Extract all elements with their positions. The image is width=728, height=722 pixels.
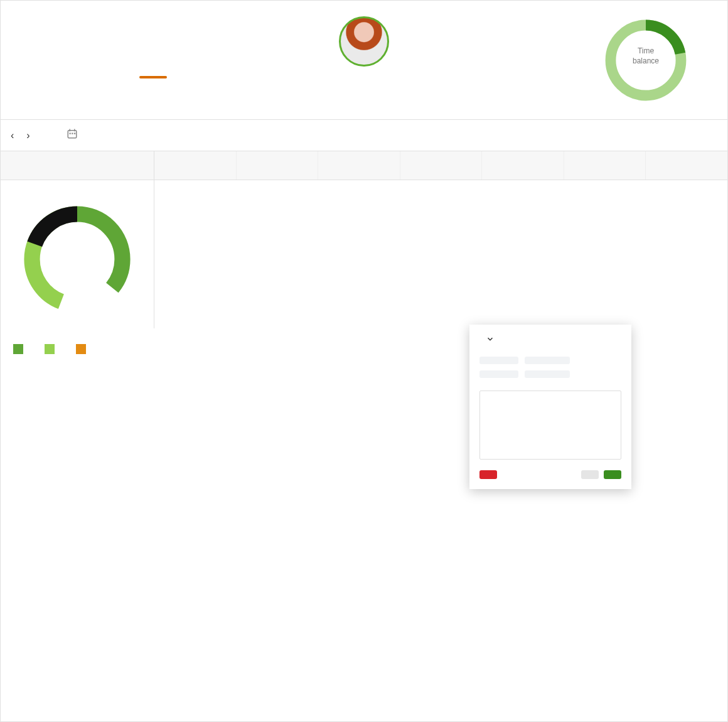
day-header-mon xyxy=(154,151,237,180)
day-header-sat xyxy=(564,151,646,180)
cancel-button[interactable] xyxy=(581,470,599,479)
legend-onsite xyxy=(45,343,60,354)
next-month-button[interactable]: › xyxy=(26,130,29,141)
in-time-field[interactable] xyxy=(479,357,518,364)
note-textarea[interactable] xyxy=(479,391,621,460)
apply-button[interactable] xyxy=(604,470,621,479)
out-row xyxy=(479,370,621,378)
day-header-thu xyxy=(400,151,483,180)
calendar-navbar: ‹ › xyxy=(1,120,727,151)
totals-column xyxy=(1,180,154,328)
calendar-icon[interactable] xyxy=(67,128,78,143)
out-time-field[interactable] xyxy=(479,370,518,378)
day-header-tue xyxy=(237,151,319,180)
in-date-field[interactable] xyxy=(525,357,570,364)
calendar-grid xyxy=(154,180,727,328)
monthly-overview-chart xyxy=(21,203,134,316)
popover-actions xyxy=(479,470,621,479)
status-block xyxy=(13,19,167,83)
svg-rect-4 xyxy=(72,133,73,134)
header: Timebalance xyxy=(1,1,727,120)
day-header-wed xyxy=(318,151,400,180)
pending-requests-badge[interactable] xyxy=(139,76,167,78)
profile-block xyxy=(339,16,389,72)
legend-vacation xyxy=(76,343,91,354)
swatch-onsite-icon xyxy=(45,344,55,354)
avatar[interactable] xyxy=(339,16,389,67)
entry-type-select[interactable] xyxy=(479,335,621,345)
prev-month-button[interactable]: ‹ xyxy=(11,130,14,141)
svg-rect-3 xyxy=(69,133,70,134)
time-entry-popover xyxy=(469,325,631,489)
day-header-sun xyxy=(646,151,727,180)
out-date-field[interactable] xyxy=(525,370,570,378)
delete-button[interactable] xyxy=(479,470,497,479)
swatch-vacation-icon xyxy=(76,344,86,354)
time-balance-chart: Timebalance xyxy=(602,16,690,104)
day-header-fri xyxy=(482,151,564,180)
balance-title: Timebalance xyxy=(602,46,690,66)
svg-rect-5 xyxy=(74,133,75,134)
calendar-body xyxy=(1,180,727,328)
legend-office xyxy=(13,343,28,354)
swatch-office-icon xyxy=(13,344,23,354)
totals-header xyxy=(1,151,154,180)
day-header-row xyxy=(1,151,727,180)
chevron-down-icon xyxy=(486,335,495,345)
in-row xyxy=(479,357,621,364)
app-root: Timebalance ‹ › xyxy=(0,0,728,722)
